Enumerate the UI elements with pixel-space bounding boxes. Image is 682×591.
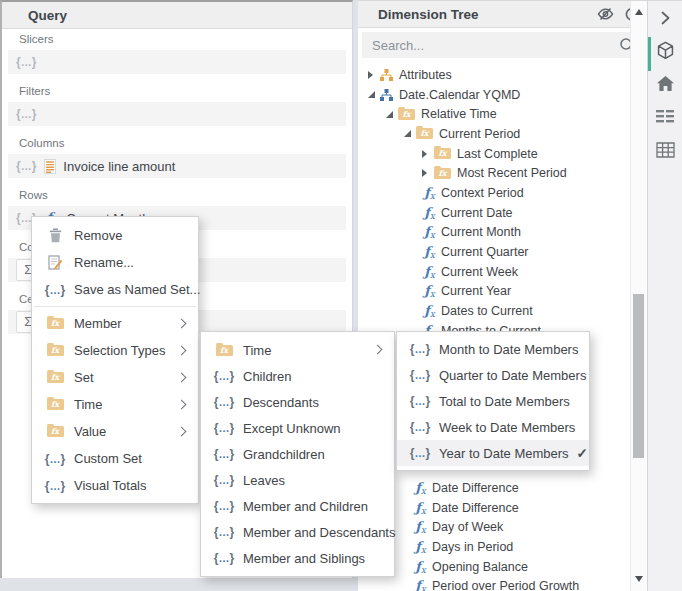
function-icon: [413, 500, 428, 516]
menu-item-label: Member: [74, 316, 122, 331]
scroll-down-icon[interactable]: [635, 576, 643, 582]
tree-item[interactable]: Most Recent Period: [358, 163, 630, 183]
caret-expanded-icon[interactable]: [368, 91, 375, 98]
tree-item[interactable]: Relative Time: [358, 104, 630, 124]
menu-item[interactable]: Descendants: [201, 389, 394, 415]
caret-expanded-icon[interactable]: [404, 130, 411, 137]
menu-item-label: Member and Children: [243, 499, 368, 514]
function-folder-icon: [416, 128, 433, 139]
tree-item-label: Days in Period: [432, 540, 513, 554]
menu-item[interactable]: Total to Date Members: [397, 388, 589, 414]
caret-collapsed-icon[interactable]: [422, 169, 427, 177]
tree-item[interactable]: Current Week: [358, 262, 630, 282]
tree-item[interactable]: Current Quarter: [358, 242, 630, 262]
menu-item-label: Value: [74, 424, 106, 439]
scroll-up-icon[interactable]: [635, 9, 643, 15]
tree-item[interactable]: Attributes: [358, 65, 630, 85]
menu-item-label: Set: [74, 370, 94, 385]
braces-icon: [214, 447, 234, 461]
menu-item-label: Selection Types: [74, 343, 166, 358]
menu-item-label: Total to Date Members: [439, 394, 570, 409]
menu-item-label: Custom Set: [74, 451, 142, 466]
search-input[interactable]: [370, 37, 619, 54]
caret-collapsed-icon[interactable]: [368, 71, 373, 79]
dimension-tree-title: Dimension Tree: [378, 7, 479, 22]
menu-item-label: Children: [243, 369, 291, 384]
toolbar-button[interactable]: [648, 100, 682, 133]
function-folder-icon: [47, 372, 64, 383]
scrollbar-thumb[interactable]: [633, 294, 644, 458]
field-chip[interactable]: Invoice line amount: [44, 159, 175, 174]
menu-item[interactable]: Rename...: [32, 249, 198, 276]
tree-item[interactable]: Day of Week: [358, 517, 630, 537]
hide-empty-icon[interactable]: [596, 6, 614, 22]
menu-item[interactable]: Month to Date Members: [397, 336, 589, 362]
chevron-right-icon: [660, 10, 671, 26]
menu-item[interactable]: Custom Set: [32, 445, 198, 472]
submenu-arrow-icon: [177, 372, 187, 382]
tree-item[interactable]: Period over Period Growth: [358, 576, 630, 591]
menu-item-label: Week to Date Members: [439, 420, 575, 435]
tree-item-label: Current Year: [441, 284, 511, 298]
braces-icon: [214, 369, 234, 383]
tree-item[interactable]: Dates to Current: [358, 301, 630, 321]
toolbar-button[interactable]: [648, 1, 682, 34]
menu-item[interactable]: Member and Descendants: [201, 519, 394, 545]
menu-item[interactable]: Value: [32, 418, 198, 445]
tree-item[interactable]: Current Period: [358, 124, 630, 144]
menu-item[interactable]: Time: [32, 391, 198, 418]
tree-item-label: Context Period: [441, 186, 524, 200]
tree-scrollbar[interactable]: [630, 0, 647, 591]
toolbar-button[interactable]: [648, 34, 682, 67]
menu-item-label: Member and Descendants: [243, 525, 395, 540]
braces-icon: [410, 368, 430, 382]
braces-icon: [214, 525, 234, 539]
menu-item[interactable]: Time: [201, 337, 394, 363]
menu-item[interactable]: Set: [32, 364, 198, 391]
tree-item-label: Date.Calendar YQMD: [399, 88, 520, 102]
menu-item[interactable]: Member and Children: [201, 493, 394, 519]
menu-item[interactable]: Leaves: [201, 467, 394, 493]
tree-item[interactable]: Date.Calendar YQMD: [358, 85, 630, 105]
menu-item[interactable]: Member and Siblings: [201, 545, 394, 571]
menu-item[interactable]: Week to Date Members: [397, 414, 589, 440]
caret-collapsed-icon[interactable]: [422, 150, 427, 158]
tree-item[interactable]: Context Period: [358, 183, 630, 203]
braces-icon: [214, 395, 234, 409]
menu-item-label: Time: [243, 343, 271, 358]
menu-item[interactable]: Grandchildren: [201, 441, 394, 467]
tree-item[interactable]: Current Year: [358, 282, 630, 302]
drop-zone[interactable]: Invoice line amount: [8, 154, 346, 178]
tree-item-label: Current Month: [441, 225, 521, 239]
braces-icon: [214, 551, 234, 565]
tree-item[interactable]: Current Month: [358, 223, 630, 243]
menu-item[interactable]: Visual Totals: [32, 472, 198, 499]
drop-zone[interactable]: [8, 102, 346, 126]
menu-item[interactable]: Quarter to Date Members: [397, 362, 589, 388]
menu-item[interactable]: Except Unknown: [201, 415, 394, 441]
hierarchy-icon: [380, 89, 393, 101]
menu-item[interactable]: Member: [32, 310, 198, 337]
menu-item[interactable]: Save as Named Set...: [32, 276, 198, 303]
section-label: Slicers: [19, 33, 346, 47]
braces-icon: [16, 55, 36, 69]
drop-zone[interactable]: [8, 50, 346, 74]
function-icon: [422, 283, 437, 299]
caret-expanded-icon[interactable]: [386, 111, 393, 118]
tree-item[interactable]: Days in Period: [358, 537, 630, 557]
menu-item-label: Year to Date Members: [439, 446, 569, 461]
query-panel-title: Query: [28, 8, 67, 23]
tree-item[interactable]: Last Complete: [358, 144, 630, 164]
toolbar-button[interactable]: [648, 133, 682, 166]
tree-item[interactable]: Opening Balance: [358, 557, 630, 577]
toolbar-button[interactable]: [648, 67, 682, 100]
selection-types-submenu: Time Children Descendants: [200, 331, 395, 577]
tree-item[interactable]: Current Date: [358, 203, 630, 223]
tree-item[interactable]: Date Difference: [358, 498, 630, 518]
tree-item[interactable]: Date Difference: [358, 478, 630, 498]
menu-item[interactable]: Children: [201, 363, 394, 389]
menu-item[interactable]: Year to Date Members: [397, 440, 589, 466]
menu-item[interactable]: Selection Types: [32, 337, 198, 364]
menu-item[interactable]: Remove: [32, 222, 198, 249]
function-folder-icon: [47, 345, 64, 356]
